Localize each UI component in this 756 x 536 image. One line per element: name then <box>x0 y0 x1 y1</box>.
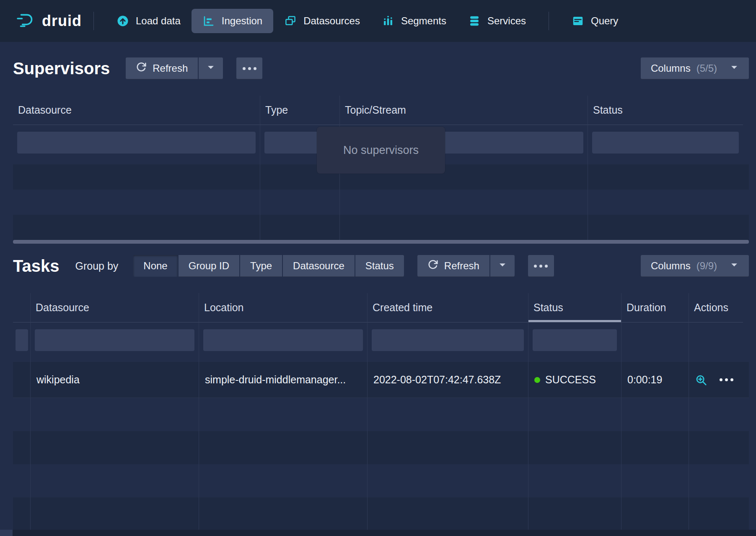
brand-text: druid <box>42 12 82 30</box>
status-filter-input[interactable] <box>592 132 739 154</box>
task-row-wikipedia[interactable]: wikipedia simple-druid-middlemanager... … <box>13 362 749 398</box>
datasource-filter-input[interactable] <box>17 132 256 154</box>
empty-cell <box>340 190 588 215</box>
column-header-created-time[interactable]: Created time <box>368 293 528 323</box>
column-header-actions[interactable]: Actions <box>689 293 743 323</box>
group-by-status-button[interactable]: Status <box>355 255 404 277</box>
nav-item-datasources[interactable]: Datasources <box>273 9 371 33</box>
column-header-datasource[interactable]: Datasource <box>31 293 199 323</box>
tasks-table: Datasource Location Created time Status … <box>13 293 749 531</box>
tasks-toolbar: Tasks Group by None Group ID Type Dataso… <box>13 254 749 278</box>
supervisors-refresh-button[interactable]: Refresh <box>126 57 198 79</box>
column-header-topic-stream[interactable]: Topic/Stream <box>340 96 588 125</box>
empty-cell <box>13 164 260 190</box>
empty-cell <box>199 497 368 531</box>
group-by-group-id-button[interactable]: Group ID <box>179 255 239 277</box>
empty-cell <box>13 215 260 240</box>
empty-row <box>13 398 749 431</box>
group-by-type-button[interactable]: Type <box>240 255 282 277</box>
location-filter-input[interactable] <box>203 329 363 351</box>
supervisors-toolbar: Supervisors Refresh Columns (5/5) <box>13 56 749 81</box>
datasources-icon <box>284 15 297 27</box>
empty-cell <box>368 431 528 464</box>
tasks-columns-button[interactable]: Columns (9/9) <box>641 255 749 277</box>
nav-item-load-data[interactable]: Load data <box>106 9 192 33</box>
empty-cell <box>689 398 743 431</box>
nav-item-label: Query <box>591 15 618 27</box>
empty-cell <box>368 464 528 497</box>
navbar: druid Load data Ingestion Datasources Se… <box>0 0 756 42</box>
supervisors-hscrollbar[interactable] <box>13 240 749 244</box>
tasks-hscrollbar-track[interactable] <box>0 530 756 536</box>
column-header-status[interactable]: Status <box>588 96 743 125</box>
row-cell-datasource: wikipedia <box>31 362 199 398</box>
nav-item-segments[interactable]: Segments <box>371 9 457 33</box>
empty-cell <box>588 190 743 215</box>
nav-divider <box>549 12 549 30</box>
created-time-filter-input[interactable] <box>372 329 524 351</box>
empty-cell <box>621 497 689 531</box>
column-header-location[interactable]: Location <box>199 293 368 323</box>
tasks-refresh-button[interactable]: Refresh <box>417 255 489 277</box>
status-filter-input[interactable] <box>533 329 617 351</box>
tasks-refresh-group: Refresh <box>417 255 515 277</box>
nav-item-label: Ingestion <box>222 15 262 27</box>
empty-cell <box>260 215 340 240</box>
supervisors-more-button[interactable] <box>236 57 262 79</box>
nav-item-services[interactable]: Services <box>457 9 537 33</box>
more-icon <box>241 67 258 70</box>
empty-cell <box>13 431 31 464</box>
column-header-status[interactable]: Status <box>528 293 621 323</box>
tasks-header-row: Datasource Location Created time Status … <box>13 293 749 323</box>
tasks-refresh-dropdown-button[interactable] <box>490 255 515 277</box>
refresh-label: Refresh <box>153 62 188 74</box>
more-icon <box>533 265 549 268</box>
supervisors-refresh-dropdown-button[interactable] <box>199 57 223 79</box>
hidden-column-filter-input[interactable] <box>16 329 28 351</box>
tasks-title: Tasks <box>13 257 59 276</box>
caret-down-icon <box>730 260 739 272</box>
columns-label: Columns <box>651 260 691 272</box>
column-header-type[interactable]: Type <box>260 96 340 125</box>
empty-cell <box>199 398 368 431</box>
refresh-label: Refresh <box>444 260 479 272</box>
status-text: SUCCESS <box>545 374 596 386</box>
nav-item-ingestion[interactable]: Ingestion <box>192 9 273 33</box>
empty-cell <box>528 497 621 531</box>
empty-cell <box>588 164 743 190</box>
empty-row <box>13 431 749 464</box>
datasource-filter-input[interactable] <box>35 329 194 351</box>
magnifier-plus-icon[interactable] <box>695 374 707 386</box>
row-more-actions-icon[interactable] <box>718 378 735 381</box>
empty-cell <box>689 464 743 497</box>
nav-divider <box>93 12 94 30</box>
query-icon <box>572 15 584 27</box>
empty-cell <box>199 431 368 464</box>
nav-item-label: Datasources <box>303 15 360 27</box>
refresh-icon <box>427 259 438 273</box>
brand[interactable]: druid <box>17 12 82 30</box>
empty-cell <box>13 464 31 497</box>
empty-cell <box>528 464 621 497</box>
group-by-control: None Group ID Type Datasource Status <box>133 255 404 277</box>
tasks-hscrollbar-thumb[interactable] <box>0 530 13 536</box>
group-by-none-button[interactable]: None <box>133 255 177 277</box>
column-header-duration[interactable]: Duration <box>621 293 689 323</box>
filter-cell <box>621 323 689 362</box>
services-icon <box>468 15 481 27</box>
column-header-datasource[interactable]: Datasource <box>13 96 260 125</box>
nav-item-label: Services <box>487 15 526 27</box>
row-cell-duration: 0:00:19 <box>621 362 689 398</box>
empty-cell <box>621 431 689 464</box>
nav-item-query[interactable]: Query <box>561 9 629 33</box>
columns-label: Columns <box>651 62 691 74</box>
tasks-more-button[interactable] <box>528 255 554 277</box>
empty-cell <box>689 431 743 464</box>
caret-down-icon <box>730 62 739 74</box>
empty-cell <box>340 215 588 240</box>
supervisors-columns-button[interactable]: Columns (5/5) <box>641 57 749 79</box>
group-by-datasource-button[interactable]: Datasource <box>283 255 355 277</box>
column-header-blank <box>13 293 31 323</box>
supervisors-table: Datasource Type Topic/Stream Status No s… <box>13 96 749 240</box>
columns-count: (9/9) <box>696 260 717 272</box>
